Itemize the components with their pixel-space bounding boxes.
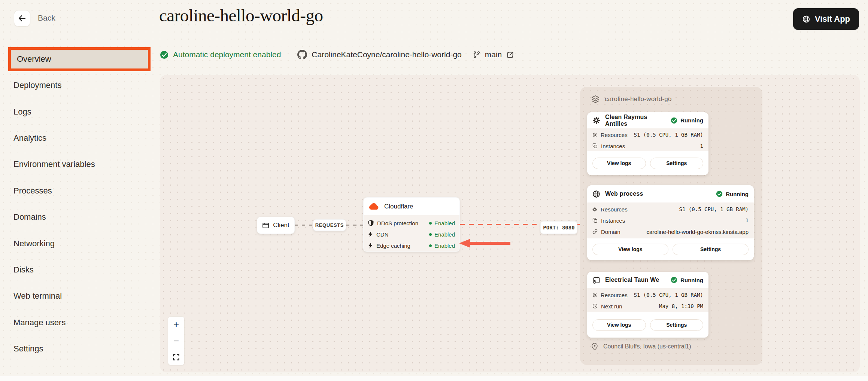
status-badge: Running xyxy=(671,117,703,124)
gear-small-icon xyxy=(592,293,597,298)
process-title: Web process xyxy=(605,190,643,197)
shield-icon xyxy=(368,220,374,226)
region-label: Council Bluffs, Iowa (us-central1) xyxy=(603,343,691,350)
sidebar-item-label: Overview xyxy=(17,54,51,64)
status-label: Running xyxy=(680,117,703,124)
app-root: Back caroline-hello-world-go Visit App A… xyxy=(0,0,868,381)
bottom-edge xyxy=(0,376,868,381)
repo-name: CarolineKateCoyne/caroline-hello-world-g… xyxy=(312,50,461,59)
sidebar-item-overview[interactable]: Overview xyxy=(8,47,151,71)
enabled-dot xyxy=(429,244,432,247)
instances-icon xyxy=(592,143,598,149)
view-logs-button[interactable]: View logs xyxy=(592,319,646,331)
minus-icon: − xyxy=(173,335,179,347)
fullscreen-icon xyxy=(173,354,180,361)
process-body: Resources S1 (0.5 CPU, 1 GB RAM) Instanc… xyxy=(587,202,754,238)
row-value: May 8, 1:30 PM xyxy=(659,303,703,309)
bolt-icon xyxy=(368,243,373,249)
settings-button[interactable]: Settings xyxy=(650,319,704,331)
cloudflare-row-status: Enabled xyxy=(434,220,455,226)
deployment-status-label: Automatic deployment enabled xyxy=(173,50,281,59)
cloudflare-row-label: DDoS protection xyxy=(377,220,418,226)
row-value: S1 (0.5 CPU, 1 GB RAM) xyxy=(679,206,749,212)
client-label: Client xyxy=(273,222,289,229)
process-card-web-process[interactable]: Web process Running Re xyxy=(587,185,754,260)
region-info: Council Bluffs, Iowa (us-central1) xyxy=(591,343,691,350)
instances-row: Instances 1 xyxy=(592,140,703,152)
back-button[interactable] xyxy=(14,10,30,27)
process-title: Clean Raymus Antilles xyxy=(605,114,671,127)
gear-small-icon xyxy=(592,132,597,137)
process-body: Resources S1 (0.5 CPU, 1 GB RAM) Instanc… xyxy=(587,128,708,151)
plus-icon: + xyxy=(173,319,179,330)
view-logs-button[interactable]: View logs xyxy=(592,158,646,169)
sidebar-item-networking[interactable]: Networking xyxy=(13,239,55,249)
check-circle-icon xyxy=(671,117,677,124)
check-circle-icon xyxy=(671,277,677,283)
requests-edge-label: REQUESTS xyxy=(313,219,346,231)
topology-canvas[interactable]: Client REQUESTS Cloudflare DDoS xyxy=(160,75,860,372)
settings-button[interactable]: Settings xyxy=(650,158,704,169)
row-label: Resources xyxy=(601,292,628,298)
settings-button[interactable]: Settings xyxy=(673,244,749,255)
sidebar-item-web-terminal[interactable]: Web terminal xyxy=(13,291,62,301)
row-label: Next run xyxy=(601,303,622,310)
view-logs-button[interactable]: View logs xyxy=(592,244,668,255)
enabled-dot xyxy=(429,233,432,236)
next-run-row: Next run May 8, 1:30 PM xyxy=(592,301,703,312)
canvas-zoom-controls: + − xyxy=(168,316,185,365)
row-label: Instances xyxy=(601,217,625,224)
sidebar-item-manage-users[interactable]: Manage users xyxy=(13,318,66,327)
branch-name: main xyxy=(485,50,502,59)
group-header: caroline-hello-world-go xyxy=(591,95,672,103)
clock-icon xyxy=(592,304,598,309)
cloudflare-row-edge-caching: Edge caching Enabled xyxy=(368,240,455,251)
cloudflare-row-cdn: CDN Enabled xyxy=(368,229,455,240)
process-card-clean-raymus-antilles[interactable]: Clean Raymus Antilles Running xyxy=(587,112,708,175)
zoom-in-button[interactable]: + xyxy=(168,317,184,333)
status-label: Running xyxy=(680,277,703,283)
sidebar-item-processes[interactable]: Processes xyxy=(13,186,52,196)
sidebar-item-disks[interactable]: Disks xyxy=(13,265,34,275)
process-footer: View logs Settings xyxy=(587,238,754,260)
fit-view-button[interactable] xyxy=(168,349,184,365)
domain-row: Domain caroline-hello-world-go-ekmss.kin… xyxy=(592,226,749,237)
bolt-icon xyxy=(368,231,373,237)
resources-row: Resources S1 (0.5 CPU, 1 GB RAM) xyxy=(592,289,703,301)
sidebar-item-domains[interactable]: Domains xyxy=(13,212,46,222)
branch-icon xyxy=(473,51,480,58)
repo-link[interactable]: CarolineKateCoyne/caroline-hello-world-g… xyxy=(297,50,461,60)
cloudflare-row-label: Edge caching xyxy=(376,243,410,249)
cloudflare-node[interactable]: Cloudflare DDoS protection Enabled xyxy=(363,197,460,252)
visit-app-label: Visit App xyxy=(815,14,850,24)
row-label: Resources xyxy=(601,132,628,138)
external-link-icon[interactable] xyxy=(506,51,514,59)
app-group-panel: caroline-hello-world-go Clean Raymus Ant… xyxy=(580,87,762,365)
globe-icon xyxy=(802,15,810,23)
cloudflare-title: Cloudflare xyxy=(384,203,413,210)
process-card-electrical-taun-we[interactable]: Electrical Taun We Running xyxy=(587,272,708,338)
row-label: Resources xyxy=(601,206,628,213)
sidebar-item-analytics[interactable]: Analytics xyxy=(13,133,46,143)
resources-row: Resources S1 (0.5 CPU, 1 GB RAM) xyxy=(592,129,703,140)
client-node[interactable]: Client xyxy=(257,217,295,234)
sidebar-item-logs[interactable]: Logs xyxy=(13,107,31,117)
cloudflare-header: Cloudflare xyxy=(364,198,459,215)
sidebar-item-deployments[interactable]: Deployments xyxy=(13,80,61,90)
annotation-arrow-icon xyxy=(458,238,512,249)
visit-app-button[interactable]: Visit App xyxy=(793,8,859,30)
cloudflare-row-status: Enabled xyxy=(434,243,455,249)
calendar-clock-icon xyxy=(592,276,600,284)
sidebar-item-environment-variables[interactable]: Environment variables xyxy=(13,159,95,169)
zoom-out-button[interactable]: − xyxy=(168,333,184,349)
enabled-dot xyxy=(429,222,432,225)
row-value: 1 xyxy=(700,143,703,149)
branch-link[interactable]: main xyxy=(473,50,515,59)
process-footer: View logs Settings xyxy=(587,151,708,175)
sidebar-item-settings[interactable]: Settings xyxy=(13,344,43,354)
cloudflare-cloud-icon xyxy=(369,203,379,210)
page-title: caroline-hello-world-go xyxy=(159,5,323,25)
instances-row: Instances 1 xyxy=(592,215,749,226)
cloudflare-row-ddos: DDoS protection Enabled xyxy=(368,217,455,229)
cloudflare-body: DDoS protection Enabled CDN Enabled xyxy=(364,215,459,252)
